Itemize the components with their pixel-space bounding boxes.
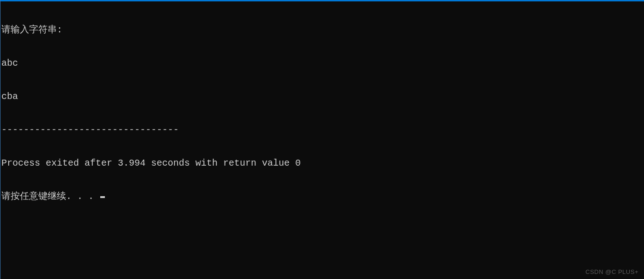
console-separator-line: -------------------------------- [1, 124, 644, 136]
watermark-text: CSDN @C PLUS+ [585, 268, 638, 275]
console-output-line: cba [1, 91, 644, 102]
console-input-line: abc [1, 58, 644, 69]
console-output-area[interactable]: 请输入字符串: abc cba ------------------------… [0, 1, 644, 213]
console-prompt-line: 请输入字符串: [1, 25, 644, 36]
console-continue-prompt-line: 请按任意键继续. . . [1, 191, 644, 202]
cursor-icon [100, 196, 105, 198]
console-exit-message: Process exited after 3.994 seconds with … [1, 158, 644, 169]
console-continue-prompt-text: 请按任意键继续. . . [1, 191, 99, 202]
